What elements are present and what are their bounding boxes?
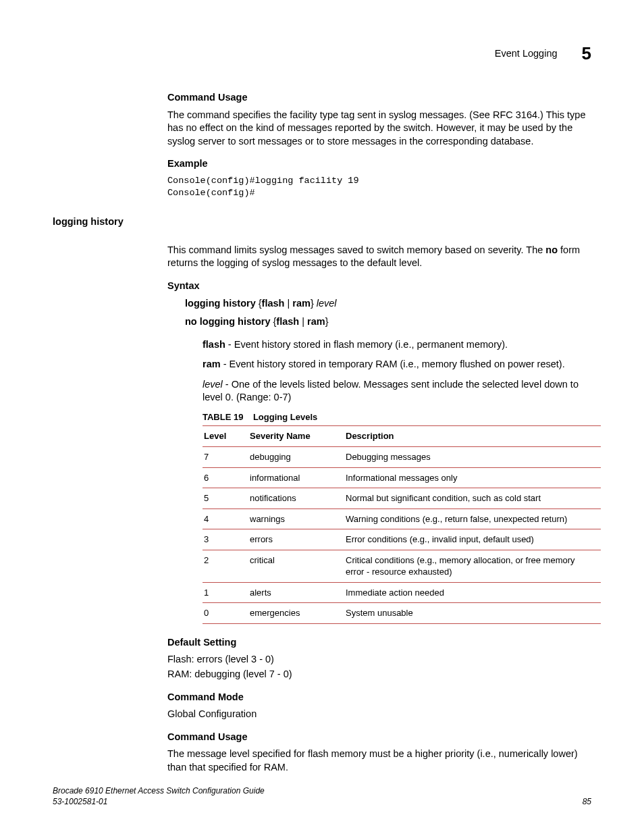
syntax-heading: Syntax <box>167 280 593 293</box>
command-usage-paragraph-2: The message level specified for flash me… <box>167 748 593 774</box>
example-code: Console(config)#logging facility 19 Cons… <box>167 175 593 199</box>
logging-levels-table: Level Severity Name Description 7debuggi… <box>203 425 601 623</box>
syntax-line-2: no logging history {flash | ram} <box>185 315 593 329</box>
table-row: 2criticalCritical conditions (e.g., memo… <box>203 550 601 582</box>
prev-command-continuation: Command Usage The command specifies the … <box>167 91 593 199</box>
default-setting-heading: Default Setting <box>167 636 593 650</box>
page-number: 85 <box>583 796 591 807</box>
table-header-row: Level Severity Name Description <box>203 426 601 447</box>
footer-doc-number: 53-1002581-01 <box>53 796 265 807</box>
table-row: 7debuggingDebugging messages <box>203 446 601 467</box>
footer-left: Brocade 6910 Ethernet Access Switch Conf… <box>53 785 265 807</box>
side-heading-logging-history: logging history <box>53 216 124 227</box>
syntax-line-1: logging history {flash | ram} level <box>185 297 593 311</box>
table-row: 0emergenciesSystem unusable <box>203 603 601 624</box>
default-setting-flash: Flash: errors (level 3 - 0) <box>167 653 593 667</box>
syntax-block: logging history {flash | ram} level no l… <box>185 297 593 329</box>
th-level: Level <box>203 426 248 447</box>
command-mode-value: Global Configuration <box>167 708 593 721</box>
default-setting-ram: RAM: debugging (level 7 - 0) <box>167 668 593 681</box>
param-ram: ram - Event history stored in temporary … <box>203 358 593 371</box>
command-usage-paragraph: The command specifies the facility type … <box>167 109 593 149</box>
table-row: 4warningsWarning conditions (e.g., retur… <box>203 509 601 529</box>
table-row: 6informationalInformational messages onl… <box>203 467 601 488</box>
command-usage-heading-2: Command Usage <box>167 731 593 744</box>
th-severity-name: Severity Name <box>248 426 344 447</box>
table-row: 1alertsImmediate action needed <box>203 582 601 603</box>
parameter-block: flash - Event history stored in flash me… <box>203 338 593 624</box>
logging-history-section: logging history This command limits sysl… <box>53 215 593 774</box>
command-mode-heading: Command Mode <box>167 691 593 704</box>
table-row: 3errorsError conditions (e.g., invalid i… <box>203 529 601 550</box>
logging-history-intro: This command limits syslog messages save… <box>167 244 593 270</box>
page-footer: Brocade 6910 Ethernet Access Switch Conf… <box>53 785 591 807</box>
chapter-number: 5 <box>582 42 591 66</box>
command-usage-heading: Command Usage <box>167 91 593 105</box>
param-level: level - One of the levels listed below. … <box>203 378 593 405</box>
th-description: Description <box>344 426 601 447</box>
running-header: Event Logging 5 <box>495 42 591 66</box>
example-heading: Example <box>167 157 593 171</box>
table-caption: TABLE 19 Logging Levels <box>203 411 593 423</box>
running-header-title: Event Logging <box>495 47 558 61</box>
param-flash: flash - Event history stored in flash me… <box>203 338 593 352</box>
table-row: 5notificationsNormal but significant con… <box>203 488 601 509</box>
footer-doc-title: Brocade 6910 Ethernet Access Switch Conf… <box>53 785 265 796</box>
